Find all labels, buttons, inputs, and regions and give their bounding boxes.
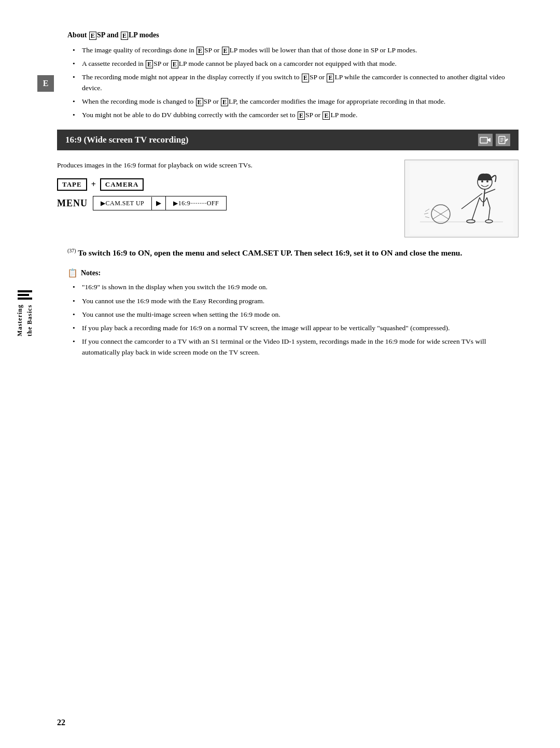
- camera-icon: [478, 134, 493, 146]
- menu-path-arrow: ▶: [152, 196, 166, 210]
- two-col-section: Produces images in the 16:9 format for p…: [57, 160, 519, 237]
- notes-heading: 📋 Notes:: [67, 268, 519, 278]
- sidebar: Mastering the Basics: [9, 290, 40, 336]
- illustration-svg: [410, 162, 513, 235]
- elp-inline-3: E: [327, 74, 334, 82]
- esp-inline-2: E: [146, 60, 153, 68]
- menu-path-169: ▶16:9·········OFF: [166, 197, 226, 210]
- menu-label: MENU: [57, 198, 88, 209]
- notes-icon: 📋: [67, 268, 78, 278]
- sidebar-line-3: [18, 298, 32, 300]
- instruction-text: To switch 16:9 to ON, open the menu and …: [78, 249, 462, 258]
- esp-inline-1: E: [197, 47, 204, 55]
- page: E Mastering the Basics About ESP and ELP…: [0, 0, 560, 748]
- elp-inline-1: E: [222, 47, 229, 55]
- about-heading: About ESP and ELP modes: [67, 31, 519, 40]
- notes-heading-text: Notes:: [81, 269, 101, 277]
- note-item-5: If you connect the camcorder to a TV wit…: [73, 336, 519, 358]
- svg-rect-6: [410, 162, 513, 235]
- note-item-2: You cannot use the 16:9 mode with the Ea…: [73, 296, 519, 306]
- pencil-icon: [496, 134, 510, 146]
- wide-screen-title: 16:9 (Wide screen TV recording): [65, 135, 188, 145]
- esp-inline-5: E: [298, 111, 305, 120]
- menu-path-cam-setup: ▶CAM.SET UP: [93, 197, 152, 210]
- wide-screen-description-col: Produces images in the 16:9 format for p…: [57, 160, 389, 220]
- svg-rect-0: [480, 137, 487, 143]
- main-instruction: (37) To switch 16:9 to ON, open the menu…: [67, 247, 519, 260]
- bullet-item-4: When the recording mode is changed to ES…: [73, 96, 519, 107]
- note-item-1: "16:9" is shown in the display when you …: [73, 282, 519, 292]
- tape-label: TAPE: [57, 178, 87, 191]
- sidebar-line-2: [18, 294, 29, 296]
- bullet-item-5: You might not be able to do DV dubbing c…: [73, 110, 519, 120]
- notes-section: 📋 Notes: "16:9" is shown in the display …: [67, 268, 519, 358]
- bullet-item-1: The image quality of recordings done in …: [73, 45, 519, 55]
- note-item-4: If you play back a recording made for 16…: [73, 323, 519, 333]
- sidebar-decoration: [18, 290, 32, 301]
- svg-point-21: [481, 180, 483, 182]
- sidebar-line-1: [18, 290, 32, 292]
- bullet-item-3: The recording mode might not appear in t…: [73, 72, 519, 93]
- ref-number: (37): [67, 248, 76, 253]
- e-lp-icon: E: [121, 32, 128, 40]
- bullet-item-2: A cassette recorded in ESP or ELP mode c…: [73, 59, 519, 69]
- wide-screen-description: Produces images in the 16:9 format for p…: [57, 160, 389, 171]
- page-number: 22: [57, 718, 65, 727]
- tape-camera-row: TAPE + CAMERA: [57, 178, 389, 191]
- esp-inline-4: E: [196, 98, 203, 106]
- elp-inline-2: E: [171, 60, 178, 68]
- notes-bullet-list: "16:9" is shown in the display when you …: [73, 282, 519, 358]
- menu-path: ▶CAM.SET UP ▶ ▶16:9·········OFF: [93, 196, 227, 210]
- e-badge: E: [37, 75, 54, 92]
- about-bullet-list: The image quality of recordings done in …: [73, 45, 519, 121]
- menu-row: MENU ▶CAM.SET UP ▶ ▶16:9·········OFF: [57, 196, 389, 210]
- note-item-3: You cannot use the multi-image screen wh…: [73, 309, 519, 320]
- esp-inline-3: E: [302, 74, 309, 82]
- elp-inline-4: E: [221, 98, 228, 106]
- e-sp-icon: E: [89, 32, 96, 40]
- elp-inline-5: E: [323, 111, 330, 120]
- about-heading-text: About ESP and ELP modes: [67, 31, 159, 39]
- svg-point-22: [486, 180, 488, 182]
- plus-sign: +: [91, 180, 96, 189]
- wide-screen-bar: 16:9 (Wide screen TV recording): [57, 130, 519, 150]
- wide-screen-bar-icons: [478, 134, 510, 146]
- sidebar-text-basics: the Basics: [26, 304, 34, 336]
- sidebar-text-mastering: Mastering: [16, 304, 24, 336]
- about-section: About ESP and ELP modes The image qualit…: [67, 31, 519, 120]
- illustration-box: [404, 160, 519, 237]
- sidebar-text-wrap: Mastering the Basics: [16, 304, 34, 336]
- camera-label: CAMERA: [100, 178, 144, 191]
- svg-marker-1: [487, 138, 491, 142]
